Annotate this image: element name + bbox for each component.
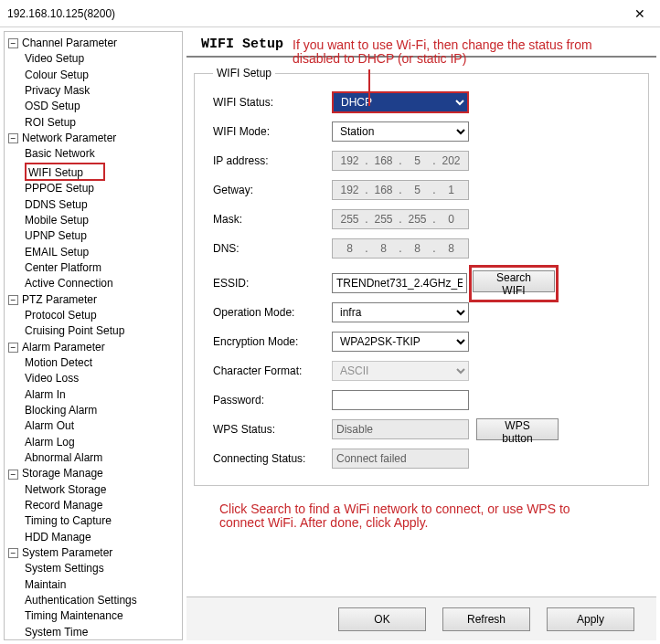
fieldset-legend: WIFI Setup xyxy=(213,67,275,79)
tree-osd-setup[interactable]: OSD Setup xyxy=(25,99,180,114)
tree-mobile-setup[interactable]: Mobile Setup xyxy=(25,213,180,228)
close-icon[interactable]: ✕ xyxy=(620,0,660,27)
tree-upnp-setup[interactable]: UPNP Setup xyxy=(25,228,180,244)
annotation-top: If you want to use Wi-Fi, then change th… xyxy=(293,38,640,67)
tree-alarm-parameter[interactable]: −Alarm Parameter Motion Detect Video Los… xyxy=(8,340,180,467)
tree-alarm-in[interactable]: Alarm In xyxy=(25,387,180,403)
expander-icon[interactable]: − xyxy=(8,548,18,558)
annotation-arrow-icon xyxy=(368,69,370,106)
essid-input[interactable] xyxy=(332,273,467,293)
expander-icon[interactable]: − xyxy=(8,295,18,305)
tree-wifi-setup[interactable]: WIFI Setup xyxy=(25,163,180,182)
label-ip-address: IP address: xyxy=(213,154,332,167)
label-encryption-mode: Encryption Mode: xyxy=(213,335,332,348)
label-connecting-status: Connecting Status: xyxy=(213,452,332,465)
expander-icon[interactable]: − xyxy=(8,470,18,480)
form-area: WIFI Setup WIFI Status: DHCP WIFI Mode: … xyxy=(186,58,656,596)
tree-system-settings[interactable]: System Settings xyxy=(25,561,180,576)
page-title: WIFI Setup xyxy=(201,37,283,52)
tree-network-storage[interactable]: Network Storage xyxy=(25,482,180,498)
label-mask: Mask: xyxy=(213,213,332,226)
tree-pppoe-setup[interactable]: PPPOE Setup xyxy=(25,181,180,196)
tree-privacy-mask[interactable]: Privacy Mask xyxy=(25,83,180,99)
ip-address-field: 192. 168. 5. 202 xyxy=(332,151,469,171)
label-wps-status: WPS Status: xyxy=(213,423,332,436)
tree-blocking-alarm[interactable]: Blocking Alarm xyxy=(25,403,180,418)
dialog-footer: OK Refresh Apply xyxy=(186,596,656,640)
tree-basic-network[interactable]: Basic Network xyxy=(25,146,180,162)
tree-active-connection[interactable]: Active Connection xyxy=(25,276,180,291)
label-operation-mode: Operation Mode: xyxy=(213,306,332,319)
connecting-status-field xyxy=(332,449,469,469)
mask-field: 255. 255. 255. 0 xyxy=(332,209,469,229)
tree-cruising-point-setup[interactable]: Cruising Point Setup xyxy=(25,323,180,339)
tree-hdd-manage[interactable]: HDD Manage xyxy=(25,530,180,545)
tree-video-loss[interactable]: Video Loss xyxy=(25,371,180,386)
wps-button[interactable]: WPS button xyxy=(476,418,559,440)
tree-abnormal-alarm[interactable]: Abnormal Alarm xyxy=(25,450,180,466)
wifi-setup-fieldset: WIFI Setup WIFI Status: DHCP WIFI Mode: … xyxy=(194,67,649,486)
tree-colour-setup[interactable]: Colour Setup xyxy=(25,68,180,83)
expander-icon[interactable]: − xyxy=(8,133,18,143)
tree-maintain[interactable]: Maintain xyxy=(25,577,180,593)
tree-alarm-log[interactable]: Alarm Log xyxy=(25,435,180,450)
password-input[interactable] xyxy=(332,390,469,410)
label-password: Password: xyxy=(213,394,332,406)
tree-record-manage[interactable]: Record Manage xyxy=(25,498,180,513)
dns-field: 8. 8. 8. 8 xyxy=(332,238,469,259)
titlebar: 192.168.10.125(8200) ✕ xyxy=(0,0,660,27)
nav-tree[interactable]: −Channel Parameter Video Setup Colour Se… xyxy=(4,31,183,640)
tree-channel-parameter[interactable]: −Channel Parameter Video Setup Colour Se… xyxy=(8,36,180,131)
label-essid: ESSID: xyxy=(213,277,332,290)
window-title: 192.168.10.125(8200) xyxy=(7,7,620,20)
operation-mode-select[interactable]: infra xyxy=(332,302,469,322)
label-character-format: Character Format: xyxy=(213,364,332,377)
refresh-button[interactable]: Refresh xyxy=(442,607,530,631)
tree-email-setup[interactable]: EMAIL Setup xyxy=(25,245,180,260)
tree-video-setup[interactable]: Video Setup xyxy=(25,51,180,67)
tree-ddns-setup[interactable]: DDNS Setup xyxy=(25,197,180,213)
tree-center-platform[interactable]: Center Platform xyxy=(25,260,180,276)
apply-button[interactable]: Apply xyxy=(547,607,634,631)
tree-timing-to-capture[interactable]: Timing to Capture xyxy=(25,513,180,529)
encryption-mode-select[interactable]: WPA2PSK-TKIP xyxy=(332,332,469,352)
wifi-status-select[interactable]: DHCP xyxy=(332,91,469,113)
tree-ptz-parameter[interactable]: −PTZ Parameter Protocol Setup Cruising P… xyxy=(8,292,180,340)
label-wifi-mode: WIFI Mode: xyxy=(213,125,332,138)
label-wifi-status: WIFI Status: xyxy=(213,96,332,109)
tree-network-parameter[interactable]: −Network Parameter Basic Network WIFI Se… xyxy=(8,131,180,292)
tree-alarm-out[interactable]: Alarm Out xyxy=(25,418,180,434)
expander-icon[interactable]: − xyxy=(8,38,18,48)
content-area: −Channel Parameter Video Setup Colour Se… xyxy=(0,27,660,644)
expander-icon[interactable]: − xyxy=(8,343,18,353)
tree-protocol-setup[interactable]: Protocol Setup xyxy=(25,308,180,323)
tree-motion-detect[interactable]: Motion Detect xyxy=(25,355,180,371)
right-pane: WIFI Setup WIFI Setup WIFI Status: DHCP … xyxy=(186,31,656,640)
search-wifi-button[interactable]: Search WIFI xyxy=(473,270,555,292)
tree-storage-manage[interactable]: −Storage Manage Network Storage Record M… xyxy=(8,466,180,545)
annotation-bottom: Click Search to find a WiFi network to c… xyxy=(219,502,603,531)
tree-system-time[interactable]: System Time xyxy=(25,625,180,640)
tree-roi-setup[interactable]: ROI Setup xyxy=(25,115,180,131)
gateway-field: 192. 168. 5. 1 xyxy=(332,180,469,200)
tree-authentication-settings[interactable]: Authentication Settings xyxy=(25,593,180,608)
wps-status-field xyxy=(332,419,469,439)
label-gateway: Getway: xyxy=(213,184,332,196)
label-dns: DNS: xyxy=(213,242,332,255)
wifi-mode-select[interactable]: Station xyxy=(332,121,469,142)
ok-button[interactable]: OK xyxy=(338,607,426,631)
tree-timing-maintenance[interactable]: Timing Maintenance xyxy=(25,608,180,624)
character-format-select: ASCII xyxy=(332,361,469,381)
tree-system-parameter[interactable]: −System Parameter System Settings Mainta… xyxy=(8,545,180,640)
